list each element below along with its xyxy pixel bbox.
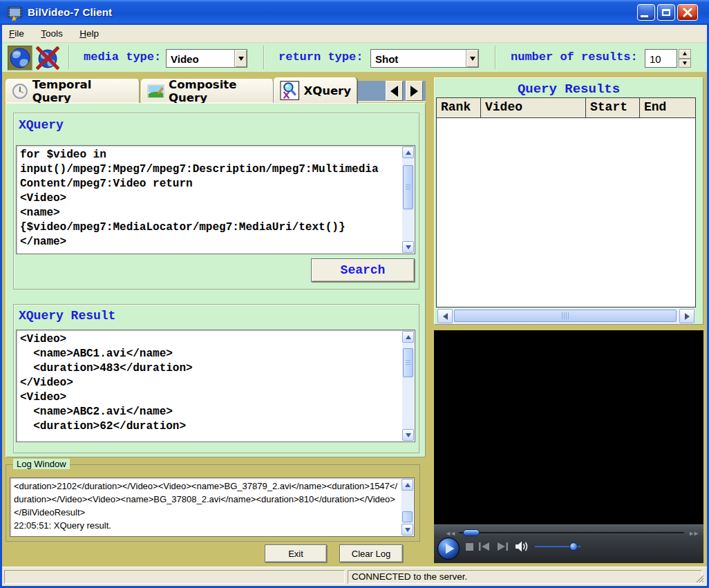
log-text-area[interactable]: <duration>2102</duration></Video><Video>… [10, 477, 415, 537]
tab-composite-query[interactable]: Composite Query [141, 79, 274, 103]
tab-label: Temporal Query [32, 78, 133, 104]
xquery-result-box[interactable]: <Video> <name>ABC1.avi</name> <duration>… [16, 330, 415, 442]
previous-button[interactable] [478, 542, 491, 551]
close-icon [683, 8, 692, 17]
query-results-table[interactable]: Rank Video Start End [436, 97, 696, 307]
log-window-group: Log Window <duration>2102</duration></Vi… [6, 464, 420, 542]
tab-temporal-query[interactable]: Temporal Query [6, 79, 140, 103]
scroll-right-icon [685, 313, 690, 320]
thumb-grip [562, 312, 569, 319]
title-bar[interactable]: BilVideo-7 Client [0, 0, 709, 25]
play-button[interactable] [437, 537, 460, 560]
media-type-dropdown-button[interactable] [234, 50, 247, 67]
scroll-thumb[interactable] [403, 348, 413, 377]
fast-forward-icon[interactable]: ►► [688, 530, 698, 537]
xquery-result-scrollbar[interactable] [402, 331, 414, 441]
xquery-result-section: XQuery Result <Video> <name>ABC1.avi</na… [13, 304, 419, 453]
column-header-video[interactable]: Video [481, 98, 586, 117]
scroll-up-button[interactable] [402, 146, 414, 158]
scroll-thumb[interactable] [454, 310, 677, 322]
scroll-left-button[interactable] [437, 309, 453, 323]
scroll-thumb[interactable] [402, 511, 413, 522]
minimize-button[interactable] [637, 4, 655, 21]
column-header-end[interactable]: End [640, 98, 695, 117]
search-button[interactable]: Search [311, 258, 415, 282]
clear-log-button-label: Clear Log [352, 549, 390, 559]
media-type-label: media type: [84, 50, 161, 64]
tab-label: Composite Query [169, 78, 267, 104]
tab-scroll-right-button[interactable] [406, 81, 423, 101]
table-header-row: Rank Video Start End [437, 98, 695, 118]
app-window: BilVideo-7 Client File Tools Help [0, 0, 709, 588]
xquery-section-title: XQuery [19, 118, 64, 132]
scroll-up-icon [406, 151, 411, 155]
number-of-results-input[interactable]: 10 [645, 49, 677, 68]
scroll-up-icon [405, 483, 410, 487]
globe-connect-icon [9, 47, 31, 69]
scroll-up-button[interactable] [401, 479, 413, 491]
scroll-thumb[interactable] [403, 165, 413, 209]
scroll-up-button[interactable] [402, 331, 414, 343]
disconnect-button[interactable] [35, 46, 60, 70]
next-button[interactable] [496, 542, 509, 551]
menu-help[interactable]: Help [73, 25, 106, 41]
clear-log-button[interactable]: Clear Log [339, 544, 403, 562]
stop-button[interactable] [466, 543, 473, 551]
xquery-result-text: <Video> <name>ABC1.avi</name> <duration>… [20, 332, 401, 440]
thumb-grip [406, 360, 410, 366]
clock-icon [12, 83, 28, 99]
return-type-dropdown-button[interactable] [466, 50, 478, 67]
toolbar-separator [495, 46, 496, 69]
tab-label: XQuery [303, 84, 351, 97]
window-border-left [0, 25, 2, 588]
mute-button[interactable] [514, 540, 529, 553]
thumb-grip [406, 184, 410, 190]
scroll-up-icon [406, 335, 411, 339]
spin-down-icon [683, 61, 687, 65]
log-window-label: Log Window [13, 459, 70, 469]
menu-file[interactable]: File [2, 25, 31, 41]
tab-scroll-left-button[interactable] [386, 81, 403, 101]
app-icon [6, 4, 23, 21]
log-scrollbar[interactable] [401, 479, 413, 535]
scroll-down-icon [406, 245, 411, 249]
scroll-right-button[interactable] [679, 309, 694, 323]
spin-up-button[interactable] [679, 49, 691, 59]
xquery-editor-scrollbar[interactable] [402, 146, 414, 253]
maximize-button[interactable] [657, 4, 675, 21]
seek-thumb[interactable] [463, 529, 480, 536]
player-controls: ◄◄ ►► [434, 524, 703, 563]
minimize-icon [641, 15, 648, 17]
media-type-select[interactable]: Video [166, 49, 247, 68]
menu-tools[interactable]: Tools [34, 25, 70, 41]
return-type-select[interactable]: Shot [370, 49, 479, 68]
video-display[interactable] [434, 330, 703, 524]
exit-button[interactable]: Exit [265, 544, 327, 562]
toolbar: media type: Video return type: Shot numb… [2, 43, 707, 72]
rewind-icon[interactable]: ◄◄ [445, 530, 455, 537]
scroll-down-button[interactable] [402, 241, 414, 253]
media-type-value: Video [167, 50, 234, 67]
close-button[interactable] [677, 4, 698, 21]
connect-button[interactable] [8, 46, 32, 70]
scroll-down-button[interactable] [401, 524, 413, 535]
status-message: CONNECTED to the server. [348, 571, 701, 582]
column-header-rank[interactable]: Rank [437, 98, 481, 117]
xquery-code-editor[interactable]: for $video in input()/mpeg7:Mpeg7/mpeg7:… [16, 145, 415, 254]
resize-grip[interactable] [694, 573, 705, 584]
window-title: BilVideo-7 Client [28, 6, 112, 18]
column-header-start[interactable]: Start [586, 98, 640, 117]
status-bar: CONNECTED to the server. [2, 567, 707, 586]
arrow-left-icon [390, 86, 398, 97]
spin-up-icon [683, 52, 687, 55]
return-type-label: return type: [278, 50, 363, 64]
seek-bar[interactable] [459, 532, 684, 534]
exit-button-label: Exit [288, 549, 303, 559]
results-h-scrollbar[interactable] [437, 308, 694, 324]
picture-icon [147, 83, 164, 99]
tab-xquery[interactable]: XQuery [274, 77, 357, 104]
volume-thumb[interactable] [569, 542, 578, 551]
spin-down-button[interactable] [679, 59, 691, 68]
scroll-down-button[interactable] [402, 429, 414, 441]
menu-bar: File Tools Help [2, 25, 707, 43]
